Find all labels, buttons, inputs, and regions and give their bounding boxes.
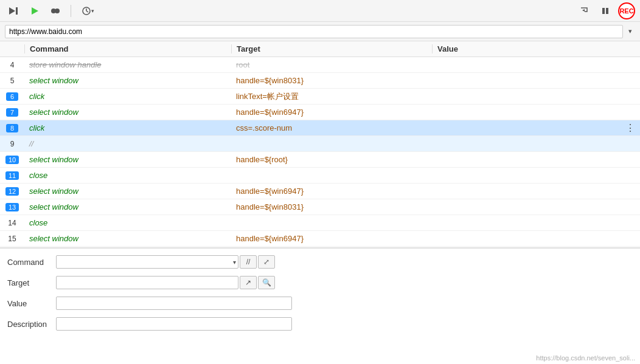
command-select[interactable] — [56, 255, 238, 269]
row-num-badge: 5 — [10, 77, 15, 85]
row-target: handle=${win8031} — [231, 202, 432, 211]
row-command: select window — [24, 155, 231, 164]
row-target: handle=${win6947} — [231, 187, 432, 196]
svg-line-7 — [86, 11, 88, 12]
table-row[interactable]: 11 close — [0, 168, 640, 184]
record-toggle-icon — [50, 6, 60, 16]
row-num-badge: 4 — [10, 61, 15, 69]
row-num: 13 — [0, 203, 24, 211]
target-form-row: Target ↗ 🔍 — [7, 274, 633, 291]
row-num: 5 — [0, 77, 24, 85]
row-command: click — [24, 92, 231, 101]
row-num: 4 — [0, 61, 24, 69]
svg-marker-0 — [9, 7, 15, 15]
row-target: css=.score-num — [231, 123, 432, 132]
table-row[interactable]: 8 click css=.score-num ⋮ — [0, 120, 640, 136]
value-form-row: Value — [7, 295, 633, 312]
target-input[interactable] — [56, 276, 238, 289]
command-select-wrapper: ▾ — [56, 255, 238, 269]
description-input[interactable] — [56, 317, 292, 331]
run-icon — [30, 6, 40, 16]
row-command: store window handle — [24, 60, 231, 69]
toolbar-separator — [71, 5, 71, 17]
row-num: 14 — [0, 219, 24, 227]
search-icon: 🔍 — [262, 278, 271, 287]
row-num: 7 — [0, 108, 24, 117]
table-header: Command Target Value — [0, 41, 640, 57]
row-num-badge: 10 — [5, 156, 19, 164]
command-label: Command — [7, 258, 56, 267]
table-row[interactable]: 16 close — [0, 247, 640, 248]
row-num: 10 — [0, 156, 24, 164]
row-command: close — [24, 171, 231, 180]
row-num: 12 — [0, 187, 24, 196]
row-command: select window — [24, 76, 231, 85]
record-toggle-button[interactable] — [47, 4, 63, 18]
row-num-badge: 13 — [5, 203, 19, 211]
toolbar: ▾ REC — [0, 0, 640, 22]
description-label: Description — [7, 320, 56, 329]
svg-point-4 — [55, 9, 60, 13]
row-num-badge: 7 — [6, 108, 18, 117]
url-dropdown-arrow-icon: ▾ — [628, 27, 632, 35]
svg-rect-1 — [16, 7, 18, 15]
step-button[interactable] — [5, 4, 22, 18]
row-target: handle=${win8031} — [231, 76, 432, 85]
row-context-menu-icon[interactable]: ⋮ — [625, 122, 635, 134]
table-row[interactable]: 6 click linkText=帐户设置 — [0, 89, 640, 105]
row-command: select window — [24, 234, 231, 243]
step-icon — [8, 5, 19, 16]
row-target: handle=${win6947} — [231, 108, 432, 117]
row-target: root — [231, 60, 432, 69]
target-label: Target — [7, 278, 56, 287]
toolbar-right: REC — [576, 2, 635, 19]
description-form-row: Description — [7, 315, 633, 332]
redirect-button[interactable] — [576, 4, 593, 18]
clock-icon — [82, 6, 91, 16]
table-row[interactable]: 4 store window handle root — [0, 57, 640, 73]
table-row[interactable]: 14 close — [0, 215, 640, 231]
row-num-badge: 14 — [8, 219, 16, 227]
watermark: https://blog.csdn.net/seven_soli... — [536, 354, 635, 362]
row-num: 9 — [0, 140, 24, 148]
table-row[interactable]: 12 select window handle=${win6947} — [0, 184, 640, 199]
clock-dropdown-arrow: ▾ — [91, 8, 94, 14]
browse-icon: ↗ — [245, 278, 251, 287]
row-num-badge: 15 — [8, 235, 16, 243]
row-num-badge: 6 — [6, 92, 18, 101]
row-command: close — [24, 218, 231, 227]
url-input[interactable] — [5, 25, 623, 38]
run-button[interactable] — [27, 4, 43, 18]
row-command: select window — [24, 108, 231, 117]
table-row[interactable]: 13 select window handle=${win8031} — [0, 199, 640, 215]
expand-button[interactable]: ⤢ — [258, 255, 275, 269]
table-row[interactable]: 5 select window handle=${win8031} — [0, 73, 640, 89]
table-row[interactable]: 7 select window handle=${win6947} — [0, 105, 640, 120]
svg-marker-8 — [582, 9, 585, 12]
browse-target-button[interactable]: ↗ — [240, 276, 257, 289]
table-row[interactable]: 9 // — [0, 136, 640, 152]
comment-button[interactable]: // — [240, 255, 257, 269]
pause-button[interactable] — [597, 4, 613, 18]
command-form-row: Command ▾ // ⤢ — [7, 253, 633, 270]
row-target: handle=${root} — [231, 155, 432, 164]
row-num-badge: 11 — [5, 171, 19, 180]
clock-button[interactable]: ▾ — [78, 4, 97, 18]
rec-label: REC — [619, 7, 633, 15]
col-value-header: Value — [432, 44, 640, 53]
table-row[interactable]: 15 select window handle=${win6947} — [0, 231, 640, 247]
url-dropdown-button[interactable]: ▾ — [625, 26, 635, 37]
col-target-header: Target — [231, 44, 432, 53]
pause-icon — [600, 6, 610, 16]
value-input[interactable] — [56, 297, 292, 310]
svg-rect-10 — [606, 8, 608, 14]
row-num-badge: 9 — [10, 140, 15, 148]
rec-button[interactable]: REC — [618, 2, 635, 19]
table-row[interactable]: 10 select window handle=${root} — [0, 152, 640, 168]
row-num: 8 — [0, 124, 24, 132]
row-num-badge: 12 — [5, 187, 19, 196]
row-num-badge: 8 — [6, 124, 18, 132]
search-target-button[interactable]: 🔍 — [258, 276, 275, 289]
expand-button-label: ⤢ — [263, 258, 270, 266]
row-target: handle=${win6947} — [231, 234, 432, 243]
